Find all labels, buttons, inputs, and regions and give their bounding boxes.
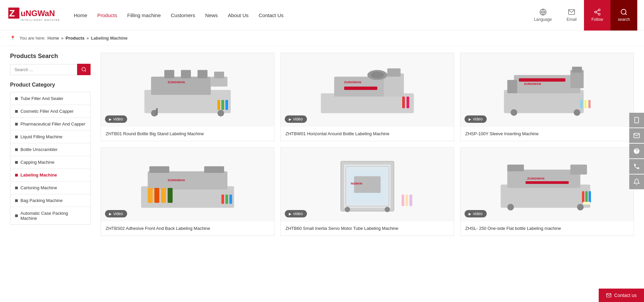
svg-rect-57 [168, 188, 173, 203]
svg-rect-84 [635, 117, 639, 123]
nav-customers[interactable]: Customers [171, 12, 195, 18]
svg-point-7 [594, 11, 596, 13]
svg-rect-29 [384, 73, 404, 97]
breadcrumb-products[interactable]: Products [66, 36, 85, 41]
logo[interactable]: Z uNGWaN INTELLIGENT MACHINE [7, 6, 74, 24]
search-label: search [618, 17, 630, 22]
right-float-panel [629, 113, 644, 189]
category-liquid-filling[interactable]: Liquid Filling Machine [10, 131, 90, 143]
breadcrumb-you-are-here: You are here: [19, 36, 46, 41]
nav-filling[interactable]: Filling machine [127, 12, 161, 18]
nav-products[interactable]: Products [97, 12, 117, 18]
machine-illustration-p2: ZUNGWAN [289, 57, 445, 123]
nav-news[interactable]: News [205, 12, 218, 18]
product-info-p6: ZHSL- 250 One-side Flat bottle Labeling … [461, 221, 634, 236]
product-card-p6[interactable]: ZUNGWAN video ZHSL- 250 [460, 147, 634, 236]
svg-point-32 [371, 72, 384, 79]
follow-button[interactable]: Follow [584, 0, 610, 31]
product-card-p4[interactable]: ZUNGWAN video [101, 147, 274, 236]
svg-rect-55 [154, 188, 159, 203]
svg-rect-58 [221, 195, 224, 204]
svg-text:Z: Z [9, 8, 15, 18]
product-image-p2: ZUNGWAN video [281, 53, 454, 127]
language-button[interactable]: Language [527, 0, 559, 31]
email-icon [568, 8, 575, 16]
video-badge-p3: video [465, 115, 487, 123]
sidebar: Products Search Product Category Tube Fi… [10, 53, 91, 236]
svg-rect-74 [570, 165, 587, 175]
category-cosmetic-filler[interactable]: Cosmetic Filler And Capper [10, 105, 90, 118]
svg-text:ZUNGWAN: ZUNGWAN [344, 80, 361, 84]
category-bottle-unscrambler[interactable]: Bottle Unscrambler [10, 143, 90, 156]
machine-illustration-p5: NGWAN [289, 151, 445, 218]
header: Z uNGWaN INTELLIGENT MACHINE Home Produc… [0, 0, 644, 31]
phone-icon [633, 117, 640, 123]
product-grid: ZUNGWAN video ZHTB01 Round Bottle Big St… [101, 53, 634, 236]
machine-illustration-p1: ZUNGWAN [110, 57, 265, 123]
email-button[interactable]: Email [559, 0, 584, 31]
svg-rect-50 [148, 171, 227, 190]
svg-rect-17 [198, 70, 208, 79]
svg-line-12 [85, 70, 86, 71]
svg-text:ZUNGWAN: ZUNGWAN [524, 82, 541, 86]
skype-icon [633, 148, 640, 154]
svg-rect-35 [402, 97, 405, 108]
search-submit-button[interactable] [77, 64, 91, 75]
logo-svg: Z uNGWaN INTELLIGENT MACHINE [7, 6, 67, 24]
category-auto-case-packing[interactable]: Automatic Case Packing Machine [10, 207, 90, 224]
svg-rect-46 [580, 100, 583, 108]
category-capping[interactable]: Capping Machine [10, 156, 90, 169]
video-badge-p2: video [285, 115, 307, 123]
video-badge-p6: video [465, 210, 487, 217]
product-image-p1: ZUNGWAN video [101, 53, 274, 127]
category-title: Product Category [10, 82, 91, 88]
svg-line-10 [625, 13, 627, 15]
whatsapp-icon [633, 163, 640, 170]
video-badge-p1: video [105, 115, 127, 123]
product-info-p5: ZHTB60 Small Inertia Servo Motor Tube La… [281, 221, 454, 236]
svg-rect-30 [387, 68, 400, 77]
svg-rect-72 [500, 185, 590, 208]
svg-text:NGWAN: NGWAN [351, 182, 362, 185]
svg-text:ZUNGWAN: ZUNGWAN [168, 80, 185, 84]
video-badge-p5: video [285, 210, 307, 217]
search-icon [620, 8, 628, 16]
nav-about[interactable]: About Us [228, 12, 249, 18]
nav-contact[interactable]: Contact Us [259, 12, 283, 18]
float-notification-button[interactable] [629, 174, 644, 189]
svg-point-70 [345, 207, 350, 212]
header-actions: Language Email Follow search [527, 0, 637, 31]
category-bullet [15, 214, 18, 217]
svg-rect-39 [570, 70, 584, 88]
svg-point-8 [598, 13, 600, 15]
notification-icon [633, 179, 640, 185]
category-labeling[interactable]: Labeling Machine [10, 169, 90, 182]
svg-rect-59 [225, 195, 228, 204]
svg-rect-42 [519, 78, 566, 82]
category-tube-filler[interactable]: Tube Filler And Sealer [10, 92, 90, 105]
svg-rect-82 [589, 191, 591, 203]
svg-rect-83 [583, 202, 590, 205]
svg-rect-68 [406, 195, 408, 206]
float-phone-button[interactable] [629, 113, 644, 128]
search-input[interactable] [10, 64, 77, 75]
product-card-p3[interactable]: ZUNGWAN video ZHSP-100Y Sleeve Inserting… [460, 53, 634, 141]
nav-home[interactable]: Home [74, 12, 87, 18]
float-skype-button[interactable] [629, 144, 644, 158]
category-list: Tube Filler And Sealer Cosmetic Filler A… [10, 92, 91, 225]
svg-rect-54 [148, 188, 153, 203]
svg-rect-40 [572, 67, 582, 73]
email-label: Email [567, 17, 577, 22]
category-bag-packing[interactable]: Bag Packing Machine [10, 194, 90, 207]
search-button[interactable]: search [610, 0, 637, 31]
breadcrumb-home[interactable]: Home [48, 36, 59, 41]
product-image-p5: NGWAN video [281, 148, 454, 221]
category-pharma-filler[interactable]: Pharmaceutical Filler And Capper [10, 118, 90, 131]
category-cartoning[interactable]: Cartoning Machine [10, 182, 90, 194]
product-card-p5[interactable]: NGWAN video ZHTB60 Small Inertia Servo M… [280, 147, 454, 236]
float-whatsapp-button[interactable] [629, 159, 644, 174]
float-email-button[interactable] [629, 128, 644, 143]
product-card-p2[interactable]: ZUNGWAN video ZHTBW01 Horizontal Around … [280, 53, 454, 141]
product-card-p1[interactable]: ZUNGWAN video ZHTB01 Round Bottle Big St… [101, 53, 274, 141]
search-box [10, 64, 91, 75]
